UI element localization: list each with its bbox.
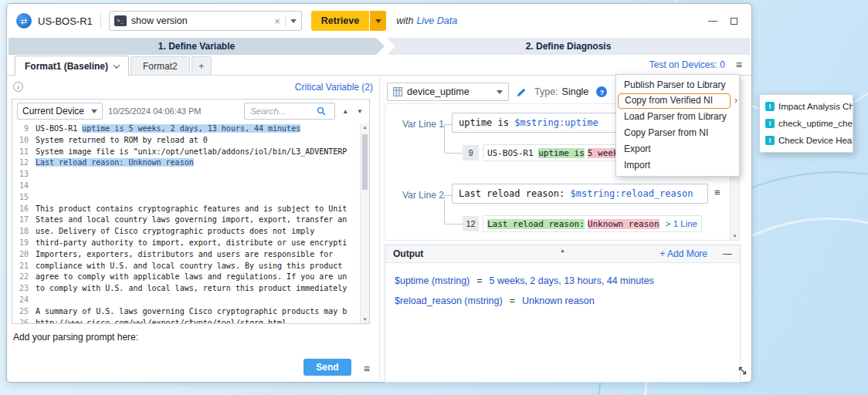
minimize-output-icon[interactable]: — xyxy=(723,248,732,259)
submenu-item[interactable]: ! Check Device Health(P... xyxy=(760,132,853,149)
resize-handle-icon[interactable] xyxy=(737,365,748,379)
code-text: use. Delivery of Cisco cryptographic pro… xyxy=(36,226,314,238)
step-define-diagnosis[interactable]: 2. Define Diagnosis xyxy=(387,38,750,55)
app-icon: ⇄ xyxy=(16,13,32,29)
send-button[interactable]: Send xyxy=(303,359,351,376)
code-text: third-party authority to import, export,… xyxy=(36,238,347,249)
submenu-item[interactable]: ! Impact Analysis Check ... xyxy=(760,98,853,115)
scroll-down-icon[interactable]: ▾ xyxy=(734,233,737,239)
code-scrollbar[interactable]: ▴ ▾ xyxy=(360,123,369,323)
context-menu-item-label: Copy from Verified NI xyxy=(625,95,713,106)
add-format-tab-button[interactable]: + xyxy=(192,56,212,75)
window-controls: — xyxy=(708,15,742,26)
retrieve-dropdown-button[interactable] xyxy=(369,11,386,31)
code-highlighted-text: Last reload reason: Unknown reason xyxy=(36,158,194,167)
minimize-button[interactable]: — xyxy=(708,15,717,26)
line-number: 16 xyxy=(12,204,36,215)
step-bar: 1. Define Variable 2. Define Diagnosis xyxy=(8,38,750,55)
var-line-2-label: Var Line 2 xyxy=(402,190,444,201)
equals-sign: = xyxy=(476,275,482,286)
retrieve-button[interactable]: Retrieve xyxy=(311,11,369,31)
chevron-down-icon[interactable] xyxy=(114,62,120,68)
submenu-item[interactable]: ! check_uptime_check(P... xyxy=(760,115,853,132)
help-icon[interactable]: ? xyxy=(596,86,607,97)
match-line-number: 9 xyxy=(463,145,479,160)
chevron-down-icon[interactable] xyxy=(290,19,297,23)
context-menu-item[interactable]: Copy Parser from NI xyxy=(616,125,739,141)
device-name: US-BOS-R1 xyxy=(38,15,93,27)
line-number: 19 xyxy=(12,238,36,249)
line-number: 11 xyxy=(12,147,36,158)
scroll-down-icon[interactable]: ▾ xyxy=(364,316,367,322)
search-prev-button[interactable]: ▲ xyxy=(341,108,350,115)
tree-connector xyxy=(445,153,463,154)
match-keyword-highlight: uptime is xyxy=(538,148,585,158)
collapse-panel-icon[interactable]: ▲ xyxy=(188,316,194,323)
live-data-label[interactable]: Live Data xyxy=(416,15,457,26)
code-plain-text: US-BOS-R1 xyxy=(36,124,82,133)
line-number: 23 xyxy=(12,283,36,295)
search-icon[interactable] xyxy=(317,106,326,116)
device-output-text[interactable]: 9 US-BOS-R1 uptime is 5 weeks, 2 days, 1… xyxy=(12,123,360,323)
search-input[interactable] xyxy=(250,106,317,116)
collapse-panel-icon[interactable]: ▲ xyxy=(560,248,565,253)
code-line: 19 third-party authority to import, expo… xyxy=(12,238,360,249)
cli-command-icon: >_ xyxy=(114,15,127,26)
scrollbar-thumb[interactable] xyxy=(362,134,368,190)
code-text: System returned to ROM by reload at 0 xyxy=(36,135,208,147)
search-next-button[interactable]: ▼ xyxy=(355,108,364,115)
line-number: 22 xyxy=(12,272,36,283)
tree-connector xyxy=(444,124,445,153)
critical-variable-link[interactable]: Critical Variable (2) xyxy=(295,82,373,93)
context-menu-item[interactable]: Export xyxy=(616,141,739,157)
variable-select[interactable]: device_uptime xyxy=(387,83,509,101)
context-menu-item[interactable]: Import xyxy=(616,157,739,174)
device-select[interactable]: Current Device xyxy=(17,103,103,120)
submenu-arrow-icon: › xyxy=(734,94,737,107)
tab-format1[interactable]: Format1 (Baseline) xyxy=(15,56,129,76)
variable-header: device_uptime Type: Single ? + xyxy=(387,83,628,101)
maximize-button[interactable] xyxy=(731,18,737,25)
edit-pencil-icon[interactable] xyxy=(517,87,527,97)
pattern-text: Last reload reason: xyxy=(459,188,571,199)
search-box[interactable] xyxy=(244,103,335,120)
tab-format2[interactable]: Format2 xyxy=(131,56,190,75)
output-variable-value: 5 weeks, 2 days, 13 hours, 44 minutes xyxy=(490,275,654,286)
code-line: 25 A summary of U.S. laws governing Cisc… xyxy=(12,306,360,318)
code-line: 22 agree to comply with applicable laws … xyxy=(12,272,360,283)
tree-connector xyxy=(445,224,463,225)
code-line: 21 compliance with U.S. and local countr… xyxy=(12,261,360,272)
chevron-down-icon xyxy=(91,110,97,113)
code-text: System image file is "unix:/opt/unetlab/… xyxy=(36,147,347,158)
code-line: 24 xyxy=(12,295,360,306)
scroll-up-icon[interactable]: ▴ xyxy=(364,124,367,130)
line-number: 17 xyxy=(12,214,36,226)
test-on-devices-link[interactable]: Test on Devices: 0 xyxy=(649,59,725,70)
add-more-link[interactable]: + Add More xyxy=(659,248,707,259)
code-plain-text: compliance with U.S. and local country l… xyxy=(36,262,342,270)
line-count-link[interactable]: > 1 Line xyxy=(661,219,697,228)
with-label: withLive Data xyxy=(396,15,457,26)
app-window: ⇄ US-BOS-R1 >_ × Retrieve withLive Data … xyxy=(6,3,752,383)
clear-command-icon[interactable]: × xyxy=(274,15,280,27)
menu-icon[interactable]: ≡ xyxy=(736,59,742,71)
var-line-2-pattern-input[interactable]: Last reload reason: $mstring:reload_reas… xyxy=(452,184,708,204)
type-label: Type: xyxy=(534,86,558,97)
output-variable-name: $uptime (mstring) xyxy=(395,275,470,286)
code-line: 17 States and local country laws governi… xyxy=(12,214,360,226)
context-menu-item[interactable]: Publish Parser to Library xyxy=(616,77,739,93)
command-input[interactable] xyxy=(131,15,270,26)
drag-handle-icon[interactable]: ≡ xyxy=(714,187,721,198)
context-menu-item[interactable]: Copy from Verified NI › xyxy=(618,93,731,109)
send-menu-icon[interactable]: ≡ xyxy=(364,363,370,375)
step-define-variable[interactable]: 1. Define Variable xyxy=(8,38,385,55)
pattern-variable: $mstring:uptime xyxy=(514,117,598,128)
context-menu-item[interactable]: Load Parser from Library xyxy=(616,109,739,125)
info-icon[interactable]: i xyxy=(13,82,23,92)
code-highlighted-text: uptime is 5 weeks, 2 days, 13 hours, 44 … xyxy=(82,124,300,133)
command-combobox[interactable]: >_ × xyxy=(109,11,302,31)
match-text-box: Last reload reason:Unknown reason> 1 Lin… xyxy=(483,215,702,232)
code-line: 23 to comply with U.S. and local laws, r… xyxy=(12,283,360,295)
code-plain-text: http://www.cisco.com/wwl/export/crypto/t… xyxy=(36,319,287,323)
code-plain-text: Importers, exporters, distributors and u… xyxy=(36,250,333,258)
